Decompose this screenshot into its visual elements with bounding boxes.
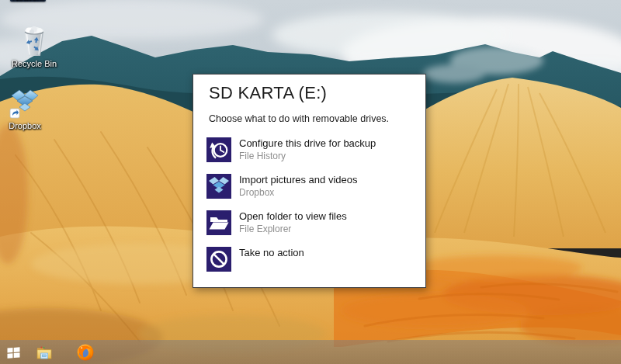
dropbox-shortcut-icon (9, 87, 41, 120)
no-action-icon (206, 247, 231, 272)
no-action-tile (206, 247, 231, 272)
recycle-bin-icon (19, 25, 50, 57)
option-label: Import pictures and videos (239, 174, 357, 186)
windows-logo-icon (7, 346, 20, 359)
file-explorer-button[interactable] (28, 340, 61, 364)
explorer-folder-icon (36, 345, 53, 360)
option-take-no-action[interactable]: Take no action (206, 247, 418, 272)
dropbox-tile (206, 174, 231, 199)
option-app: File History (239, 151, 376, 162)
taskbar (0, 340, 621, 364)
dropbox-icon-label: Dropbox (9, 121, 41, 130)
dropbox-icon (206, 174, 231, 199)
option-app: File Explorer (239, 224, 347, 235)
option-label: Open folder to view files (239, 210, 347, 223)
option-app: Dropbox (239, 187, 357, 199)
start-button[interactable] (0, 340, 26, 364)
dialog-title: SD KARTA (E:) (209, 83, 327, 103)
file-history-icon (206, 137, 231, 162)
option-configure-backup[interactable]: Configure this drive for backup File His… (206, 137, 418, 162)
open-folder-tile (206, 210, 231, 235)
option-import-dropbox[interactable]: Import pictures and videos Dropbox (206, 174, 418, 199)
autoplay-options: Configure this drive for backup File His… (206, 137, 418, 283)
desktop-icon-dropbox[interactable]: Dropbox (2, 87, 48, 130)
autoplay-dialog: SD KARTA (E:) Choose what to do with rem… (193, 74, 426, 288)
recycle-bin-icon-label: Recycle Bin (12, 59, 57, 68)
option-label: Take no action (239, 247, 304, 259)
option-label: Configure this drive for backup (239, 137, 376, 150)
firefox-button[interactable] (68, 340, 102, 364)
open-folder-icon (206, 210, 231, 235)
desktop: Network Recycle Bin (0, 0, 621, 364)
option-open-folder[interactable]: Open folder to view files File Explorer (206, 210, 418, 235)
network-icon-label: Network (12, 0, 43, 2)
dialog-subtitle: Choose what to do with removable drives. (209, 113, 389, 124)
desktop-icon-recycle-bin[interactable]: Recycle Bin (3, 25, 65, 68)
desktop-icon-network[interactable]: Network (6, 0, 50, 2)
file-history-tile (206, 137, 231, 162)
firefox-icon (76, 343, 95, 362)
